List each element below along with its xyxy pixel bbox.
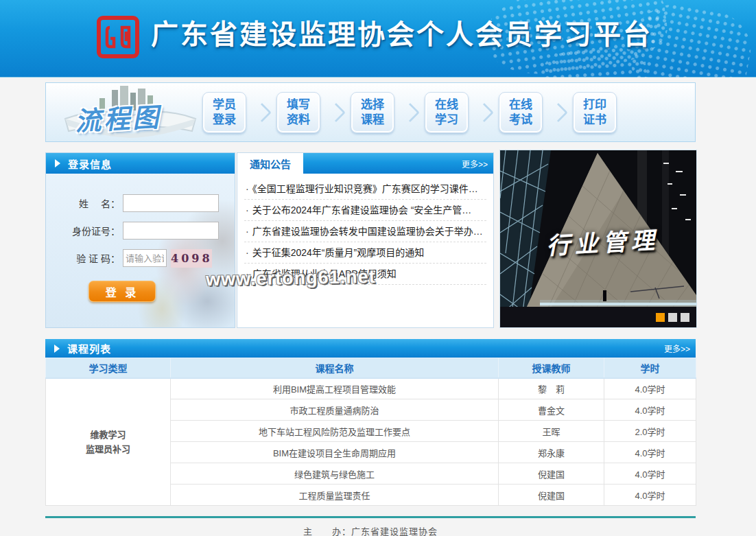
teacher-cell: 王晖 [499,421,604,442]
course-name-cell[interactable]: 市政工程质量通病防治 [171,399,499,421]
login-form: 姓 名： 身份证号： 验 证 码： 4098 登 录 [46,174,235,302]
page-footer: 主 办：广东省建设监理协会 [45,516,696,536]
chevron-right-icon [252,103,272,122]
column-header-teacher: 授课教师 [499,358,604,378]
id-row: 身份证号： [65,222,235,240]
banner-caption: 行业管理 [545,222,659,261]
flow-title: 流程图 [74,96,163,139]
step-label: 打印 [574,97,616,113]
pagination-dot-1[interactable] [656,313,665,322]
bullet: · [246,247,249,258]
page-root: 广东省建设监理协会个人会员学习平台 流程图 学员 登录 填写 资料 [0,0,756,536]
teacher-cell: 曹金文 [499,399,604,421]
hours-cell: 2.0学时 [604,421,696,442]
bullet: · [246,205,249,215]
courses-more-link[interactable]: 更多>> [664,342,690,354]
notice-item[interactable]: ·广东省建设监理协会转发中国建设监理协会关于举办… [244,221,486,242]
tab-notices[interactable]: 通知公告 [237,153,303,174]
captcha-input[interactable] [123,249,167,267]
study-type-line: 监理员补习 [46,442,170,456]
name-row: 姓 名： [65,194,235,212]
hours-cell: 4.0学时 [604,399,696,421]
banner-slideshow[interactable]: 行业管理 [499,150,697,328]
pagination-dot-3[interactable] [681,313,689,322]
teacher-cell: 倪建国 [499,485,604,506]
login-button[interactable]: 登 录 [88,281,156,302]
login-panel: 登录信息 姓 名： 身份证号： 验 证 码： 4098 登 录 [45,152,235,328]
name-label: 姓 名： [65,196,120,210]
course-list-title: 课程列表 [67,341,111,356]
step-label: 资料 [277,113,320,128]
id-number-label: 身份证号： [65,224,120,237]
flow-step-choose-course: 选择 课程 [351,92,394,133]
step-label: 在线 [499,97,542,113]
login-panel-title: 登录信息 [68,156,112,171]
notice-list: ·《全国工程监理行业知识竞赛》广东赛区的学习课件… ·关于公布2024年广东省建… [237,174,493,285]
flow-step-fill-info: 填写 资料 [276,92,320,133]
notice-item[interactable]: ·关于公布2024年广东省建设监理协会 “安全生产管… [244,200,486,221]
course-list-header: 课程列表 更多>> [45,339,696,358]
notice-item-text: 《全国工程监理行业知识竞赛》广东赛区的学习课件… [252,183,478,194]
hours-cell: 4.0学时 [604,463,696,485]
course-name-cell[interactable]: BIM在建设项目全生命周期应用 [171,442,499,463]
notices-panel: 通知公告 更多>> ·《全国工程监理行业知识竞赛》广东赛区的学习课件… ·关于公… [237,152,494,328]
flow-chart-panel: 流程图 学员 登录 填写 资料 选择 课程 在线 学习 在线 [45,82,696,142]
notice-item-text: 广东省监理从业人员APP使用须知 [252,268,397,279]
captcha-label: 验 证 码： [65,251,120,265]
hours-cell: 4.0学时 [604,378,696,399]
notices-more-link[interactable]: 更多>> [462,158,488,170]
notice-item-text: 关于公布2024年广东省建设监理协会 “安全生产管… [252,205,472,215]
flow-step-print-cert: 打印 证书 [573,92,617,133]
flow-step-online-study: 在线 学习 [425,92,469,133]
bullet: · [246,183,249,194]
association-seal-icon [96,15,140,59]
course-name-cell[interactable]: 绿色建筑与绿色施工 [171,463,499,485]
step-label: 课程 [351,113,394,128]
course-name-cell[interactable]: 地下车站工程风险防范及监理工作要点 [171,421,499,442]
flow-step-login: 学员 登录 [202,92,246,133]
study-type-line: 维教学习 [46,428,170,442]
chevron-right-icon [53,159,62,168]
slideshow-pagination [656,313,689,322]
course-name-cell[interactable]: 工程质量监理责任 [171,485,499,506]
captcha-row: 验 证 码： 4098 [65,249,235,267]
organizer-text: 主 办：广东省建设监理协会 [45,524,696,536]
step-label: 填写 [277,97,320,113]
teacher-cell: 郑永康 [499,442,604,463]
course-name-cell[interactable]: 利用BIM提高工程项目管理效能 [171,378,499,399]
chevron-right-icon [549,103,568,122]
notice-item[interactable]: ·《全国工程监理行业知识竞赛》广东赛区的学习课件… [244,178,486,200]
name-input[interactable] [123,194,219,212]
site-header: 广东省建设监理协会个人会员学习平台 [0,0,756,78]
column-header-name: 课程名称 [171,358,499,378]
notice-item-text: 广东省建设监理协会转发中国建设监理协会关于举办… [252,226,483,237]
notice-item[interactable]: ·关于征集2024年“质量月”观摩项目的通知 [244,242,486,264]
page-title: 广东省建设监理协会个人会员学习平台 [151,12,652,52]
flow-step-online-exam: 在线 考试 [499,92,543,133]
column-header-type: 学习类型 [46,358,171,378]
hours-cell: 4.0学时 [604,485,696,506]
bullet: · [246,268,249,279]
hours-cell: 4.0学时 [604,442,696,463]
teacher-cell: 倪建国 [499,463,604,485]
course-row: 维教学习 监理员补习 利用BIM提高工程项目管理效能 黎 莉 4.0学时 [46,378,696,399]
step-label: 证书 [574,113,616,128]
notice-item[interactable]: ·广东省监理从业人员APP使用须知 [244,264,486,285]
step-label: 在线 [425,97,468,113]
login-panel-header: 登录信息 [46,153,235,174]
step-label: 考试 [499,113,542,128]
course-list-section: 课程列表 更多>> 学习类型 课程名称 授课教师 学时 维教学习 监理员补习 利 [45,339,696,506]
step-label: 学习 [425,113,468,128]
captcha-image[interactable]: 4098 [171,249,212,268]
pagination-dot-2[interactable] [668,313,677,322]
course-table-header-row: 学习类型 课程名称 授课教师 学时 [46,358,696,378]
chevron-right-icon [327,103,346,122]
bullet: · [246,226,249,237]
notices-header: 通知公告 更多>> [237,153,493,174]
id-number-input[interactable] [123,222,219,240]
study-type-cell: 维教学习 监理员补习 [46,378,171,506]
notice-item-text: 关于征集2024年“质量月”观摩项目的通知 [252,247,424,258]
step-label: 登录 [203,113,246,128]
flow-steps: 学员 登录 填写 资料 选择 课程 在线 学习 在线 考试 [202,92,617,133]
step-label: 学员 [203,97,246,113]
